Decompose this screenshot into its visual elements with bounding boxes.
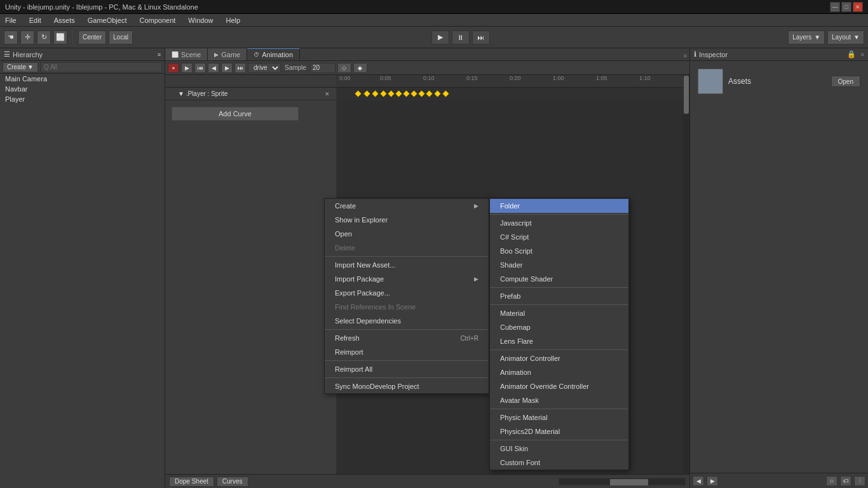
tab-game[interactable]: ▶ Game xyxy=(208,48,247,60)
close-button[interactable]: ✕ xyxy=(853,2,863,12)
sub-avatar-mask[interactable]: Avatar Mask xyxy=(490,393,628,407)
play-button[interactable]: ▶ xyxy=(431,30,449,44)
sub-cubemap[interactable]: Cubemap xyxy=(490,320,628,334)
menu-file[interactable]: File xyxy=(3,17,19,24)
keyframe-12 xyxy=(443,91,449,97)
menu-component[interactable]: Component xyxy=(137,17,178,24)
anim-next-frame-button[interactable]: ⏭ xyxy=(234,63,246,73)
timeline-h-scrollbar-thumb[interactable] xyxy=(610,479,648,485)
ctx-import-new-asset[interactable]: Import New Asset... xyxy=(325,258,489,272)
layers-dropdown-arrow: ▼ xyxy=(814,34,820,41)
rotate-tool-button[interactable]: ↻ xyxy=(37,30,51,44)
timeline-scrollbar-thumb[interactable] xyxy=(684,76,689,114)
minimize-button[interactable]: — xyxy=(830,2,840,12)
sub-boo[interactable]: Boo Script xyxy=(490,244,628,258)
move-tool-button[interactable]: ✛ xyxy=(20,30,34,44)
inspector-fwd-button[interactable]: ▶ xyxy=(707,476,718,486)
menu-gameobject[interactable]: GameObject xyxy=(85,17,130,24)
sub-physics2d[interactable]: Physics2D Material xyxy=(490,424,628,438)
anim-add-event-button[interactable]: ◇ xyxy=(337,63,351,73)
sub-prefab[interactable]: Prefab xyxy=(490,289,628,303)
ctx-select-dependencies[interactable]: Select Dependencies xyxy=(325,314,489,328)
menu-edit[interactable]: Edit xyxy=(27,17,44,24)
sub-compute-shader[interactable]: Compute Shader xyxy=(490,272,628,286)
sub-sep-5 xyxy=(490,409,628,409)
sub-animation[interactable]: Animation xyxy=(490,365,628,379)
hierarchy-options-icon[interactable]: ≡ xyxy=(158,51,161,58)
inspector-back-button[interactable]: ◀ xyxy=(693,476,704,486)
layers-dropdown[interactable]: Layers ▼ xyxy=(788,30,825,44)
curves-button[interactable]: Curves xyxy=(217,477,248,487)
inspector-more-button[interactable]: ⋮ xyxy=(854,476,865,486)
dope-sheet-button[interactable]: Dope Sheet xyxy=(169,477,214,487)
assets-folder-display: Assets Open xyxy=(695,66,863,97)
main-tabs: ⬜ Scene ▶ Game ⏱ Animation ≡ xyxy=(165,48,689,61)
hierarchy-item-main-camera[interactable]: Main Camera xyxy=(0,74,165,84)
hierarchy-search-input[interactable] xyxy=(41,62,162,72)
ctx-create-arrow: ▶ xyxy=(474,203,478,209)
animation-tab-icon: ⏱ xyxy=(254,51,259,58)
anim-play-button[interactable]: ▶ xyxy=(181,63,193,73)
scale-tool-button[interactable]: ⬜ xyxy=(53,30,67,44)
animation-clip-dropdown[interactable]: drive xyxy=(248,63,281,73)
center-button[interactable]: Center xyxy=(78,30,106,44)
sub-shader[interactable]: Shader xyxy=(490,258,628,272)
ctx-sep-4 xyxy=(325,377,489,378)
ctx-reimport-all[interactable]: Reimport All xyxy=(325,362,489,376)
ctx-create[interactable]: Create ▶ xyxy=(325,199,489,213)
panel-options-icon[interactable]: ≡ xyxy=(681,51,689,60)
ctx-sync-monodevelop[interactable]: Sync MonoDevelop Project xyxy=(325,379,489,393)
anim-add-keyframe-button[interactable]: ◆ xyxy=(353,63,367,73)
timeline-scrollbar[interactable] xyxy=(683,75,689,474)
ctx-show-in-explorer[interactable]: Show in Explorer xyxy=(325,213,489,227)
sub-physic-material[interactable]: Physic Material xyxy=(490,410,628,424)
sub-folder[interactable]: Folder xyxy=(490,199,628,213)
hand-tool-button[interactable]: ☚ xyxy=(4,30,18,44)
sub-lens-flare[interactable]: Lens Flare xyxy=(490,334,628,348)
menu-help[interactable]: Help xyxy=(223,17,243,24)
ctx-reimport[interactable]: Reimport xyxy=(325,345,489,359)
hierarchy-item-player[interactable]: Player xyxy=(0,94,165,104)
ctx-import-package[interactable]: Import Package ▶ xyxy=(325,272,489,286)
pause-button[interactable]: ⏸ xyxy=(452,30,470,44)
layout-dropdown[interactable]: Layout ▼ xyxy=(827,30,864,44)
sub-custom-font[interactable]: Custom Font xyxy=(490,456,628,470)
add-curve-button[interactable]: Add Curve xyxy=(172,107,299,121)
ctx-refresh[interactable]: Refresh Ctrl+R xyxy=(325,331,489,345)
anim-next-keyframe-button[interactable]: ▶ xyxy=(221,63,233,73)
menu-window[interactable]: Window xyxy=(186,17,215,24)
hierarchy-create-button[interactable]: Create ▼ xyxy=(3,62,38,72)
inspector-star-button[interactable]: ☆ xyxy=(826,476,837,486)
inspector-lock-button[interactable]: 🔒 xyxy=(847,50,856,58)
sub-material[interactable]: Material xyxy=(490,306,628,320)
local-button[interactable]: Local xyxy=(109,30,133,44)
sub-gui-skin[interactable]: GUI Skin xyxy=(490,442,628,456)
sub-javascript[interactable]: Javascript xyxy=(490,216,628,230)
anim-prev-frame-button[interactable]: ⏮ xyxy=(194,63,206,73)
anim-prev-keyframe-button[interactable]: ◀ xyxy=(208,63,219,73)
maximize-button[interactable]: □ xyxy=(841,2,851,12)
sample-value-input[interactable] xyxy=(310,63,336,73)
local-label: Local xyxy=(113,34,128,41)
timeline-h-scrollbar[interactable] xyxy=(559,478,686,485)
open-button[interactable]: Open xyxy=(831,76,860,87)
assets-folder-icon xyxy=(698,69,723,94)
inspector-tag-button[interactable]: 🏷 xyxy=(840,476,851,486)
sub-animator-controller[interactable]: Animator Controller xyxy=(490,351,628,365)
close-icon[interactable]: ✕ xyxy=(325,91,330,97)
tab-scene[interactable]: ⬜ Scene xyxy=(165,48,208,60)
app-title: Unity - iblejump.unity - Iblejump - PC, … xyxy=(5,3,198,11)
menu-bar: File Edit Assets GameObject Component Wi… xyxy=(0,14,868,27)
ctx-export-package[interactable]: Export Package... xyxy=(325,286,489,300)
step-button[interactable]: ⏭ xyxy=(472,30,490,44)
hierarchy-item-navbar[interactable]: Navbar xyxy=(0,84,165,94)
sub-csharp[interactable]: C# Script xyxy=(490,230,628,244)
inspector-options-icon[interactable]: ≡ xyxy=(861,51,864,58)
tab-animation[interactable]: ⏱ Animation xyxy=(247,48,300,60)
ruler-tick-2: 0:10 xyxy=(423,75,435,81)
animation-sprite-property[interactable]: ▼ .Player : Sprite ✕ xyxy=(165,88,336,100)
anim-record-button[interactable]: ● xyxy=(168,63,179,73)
sub-animator-override[interactable]: Animator Override Controller xyxy=(490,379,628,393)
ctx-open[interactable]: Open xyxy=(325,227,489,241)
menu-assets[interactable]: Assets xyxy=(51,17,78,24)
